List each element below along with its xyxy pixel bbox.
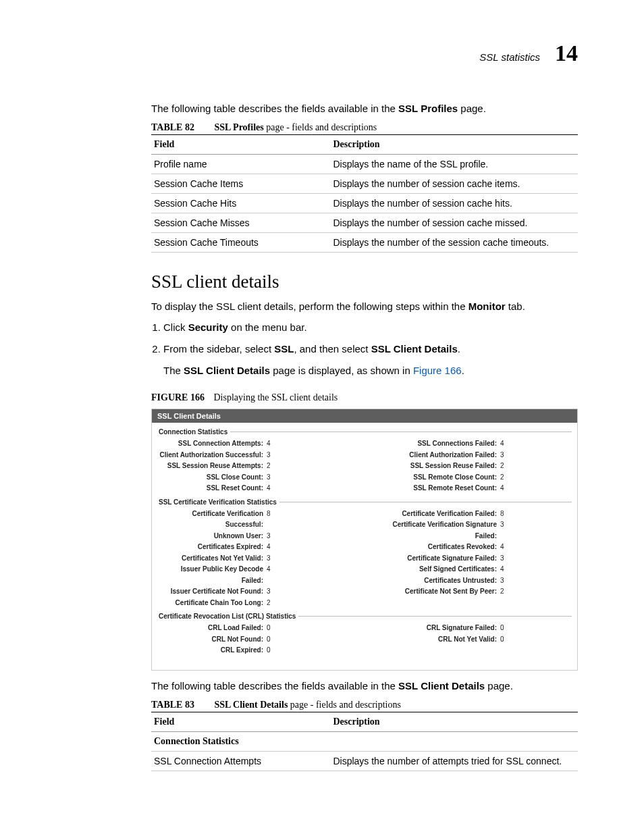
th-field: Field — [151, 135, 330, 155]
stat-value: 3 — [267, 451, 271, 459]
stat-label: Certificate Not Sent By Peer — [392, 586, 499, 598]
th-desc: Description — [330, 712, 578, 731]
legend-text: Connection Statistics — [159, 428, 230, 436]
section-heading: SSL client details — [151, 271, 578, 292]
stat-label: Certificate Chain Too Long — [159, 598, 265, 609]
text: The following table describes the fields… — [151, 680, 398, 692]
text-bold: SSL Client Details — [371, 343, 458, 355]
stat-grid: SSL Connection Attempts4 Client Authoriz… — [159, 438, 572, 494]
stat-value: 4 — [267, 484, 271, 492]
stat-value: 2 — [267, 462, 271, 469]
stat-label: CRL Load Failed — [159, 623, 265, 634]
stat-label: Client Authorization Failed — [392, 450, 499, 461]
stat-row: SSL Session Reuse Failed2 — [392, 461, 572, 472]
stat-value: 3 — [500, 554, 504, 562]
legend: Connection Statistics — [159, 428, 572, 436]
th-desc: Description — [330, 135, 578, 155]
stat-row: CRL Load Failed0 — [159, 623, 338, 634]
stat-row: CRL Signature Failed0 — [392, 623, 572, 634]
table83: Field Description Connection Statistics … — [151, 712, 578, 771]
table83-intro: The following table describes the fields… — [151, 679, 578, 693]
stat-row: SSL Connection Attempts4 — [159, 438, 338, 450]
text: The — [163, 365, 184, 376]
table-row: Session Cache MissesDisplays the number … — [151, 213, 578, 233]
cell-desc: Displays the number of session cache ite… — [330, 174, 578, 194]
stat-row: Client Authorization Failed3 — [392, 450, 572, 461]
table-number: TABLE 83 — [151, 700, 194, 710]
legend-text: Certificate Revocation List (CRL) Statis… — [159, 613, 298, 620]
figure-caption-text: Displaying the SSL client details — [213, 392, 338, 402]
figure-box: SSL Client Details Connection Statistics… — [151, 409, 578, 671]
stat-row: CRL Not Yet Valid0 — [392, 634, 572, 646]
stat-label: Certificate Verification Failed — [392, 509, 499, 520]
stat-label: SSL Connection Attempts — [159, 438, 265, 450]
figure-link[interactable]: Figure 166 — [413, 365, 462, 376]
fieldset-cert-verify-stats: SSL Certificate Verification Statistics … — [159, 498, 572, 609]
stat-value: 8 — [267, 510, 271, 517]
stat-label: Certificate Verification Successful — [159, 509, 265, 531]
cell-field: SSL Connection Attempts — [151, 751, 330, 771]
text: page. — [458, 103, 486, 114]
stat-row: CRL Not Found0 — [159, 634, 338, 646]
stat-row: Certificate Chain Too Long2 — [159, 598, 338, 609]
stat-row: Certificates Revoked4 — [392, 542, 572, 553]
text-bold: SSL Client Details — [184, 365, 270, 376]
stat-label: Self Signed Certificates — [392, 564, 499, 575]
stat-label: CRL Not Found — [159, 634, 265, 646]
figure-titlebar: SSL Client Details — [152, 409, 577, 423]
text-bold: SSL — [274, 343, 294, 355]
table-number: TABLE 82 — [151, 122, 194, 132]
cell-field: Session Cache Misses — [151, 213, 330, 233]
stat-row: Certificate Verification Failed8 — [392, 509, 572, 520]
legend: SSL Certificate Verification Statistics — [159, 498, 572, 506]
table-row: Session Cache HitsDisplays the number of… — [151, 194, 578, 213]
stat-label: Certificate Verification Signature Faile… — [392, 519, 499, 542]
stat-value: 4 — [267, 565, 271, 573]
stat-value: 2 — [500, 588, 504, 595]
stat-label: SSL Reset Count — [159, 483, 265, 494]
page: SSL statistics 14 The following table de… — [0, 0, 644, 834]
text: . — [462, 365, 464, 376]
stat-row: SSL Close Count3 — [159, 472, 338, 484]
cell-field: Session Cache Hits — [151, 194, 330, 213]
stat-label: CRL Signature Failed — [392, 623, 499, 634]
stat-value: 3 — [267, 473, 271, 481]
stat-grid: Certificate Verification Successful8 Unk… — [159, 509, 572, 609]
cell-field: Session Cache Timeouts — [151, 233, 330, 253]
stat-label: SSL Session Reuse Failed — [392, 461, 499, 472]
stat-label: SSL Connections Failed — [392, 438, 499, 450]
stat-value: 4 — [267, 543, 271, 550]
table-row: Session Cache TimeoutsDisplays the numbe… — [151, 233, 578, 253]
stat-label: Certificates Untrusted — [392, 575, 499, 587]
table82-intro: The following table describes the fields… — [151, 101, 578, 115]
table82: Field Description Profile nameDisplays t… — [151, 134, 578, 253]
stat-row: Certificates Expired4 — [159, 542, 338, 553]
stat-value: 4 — [267, 440, 271, 447]
legend-line — [279, 502, 572, 502]
stat-row: Unknown User3 — [159, 531, 338, 542]
text: on the menu bar. — [228, 321, 307, 333]
stat-value: 3 — [267, 532, 271, 540]
legend-text: SSL Certificate Verification Statistics — [159, 498, 279, 506]
text: . — [458, 343, 460, 355]
caption-rest: page - fields and descriptions — [288, 700, 401, 710]
stat-label: CRL Expired — [159, 645, 265, 656]
text-bold: Monitor — [468, 301, 506, 312]
stat-row: SSL Remote Close Count2 — [392, 472, 572, 484]
table-row: Profile nameDisplays the name of the SSL… — [151, 155, 578, 174]
text-bold: SSL Client Details — [398, 680, 485, 692]
stat-value: 2 — [267, 599, 271, 606]
stat-label: Certificates Not Yet Valid — [159, 553, 265, 565]
text: Click — [163, 321, 188, 333]
stat-value: 0 — [267, 646, 271, 654]
stat-value: 4 — [500, 543, 504, 550]
stat-row: Certificate Verification Successful8 — [159, 509, 338, 531]
fieldset-crl-stats: Certificate Revocation List (CRL) Statis… — [159, 613, 572, 656]
stat-value: 3 — [500, 451, 504, 459]
step-2: From the sidebar, select SSL, and then s… — [163, 342, 578, 378]
cell-field: Profile name — [151, 155, 330, 174]
text: The following table describes the fields… — [151, 103, 398, 114]
stat-row: CRL Expired0 — [159, 645, 338, 656]
step-2-result: The SSL Client Details page is displayed… — [163, 363, 578, 378]
cell-desc: Displays the name of the SSL profile. — [330, 155, 578, 174]
